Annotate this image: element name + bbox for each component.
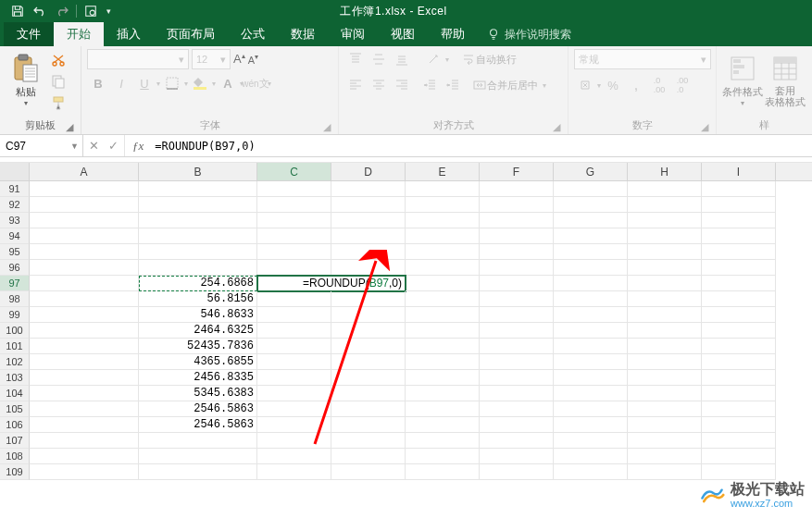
cell[interactable] xyxy=(257,386,331,401)
cell[interactable] xyxy=(257,370,331,386)
cell[interactable] xyxy=(628,401,702,417)
tab-file[interactable]: 文件 xyxy=(4,22,54,46)
cell[interactable] xyxy=(257,260,331,276)
cell[interactable] xyxy=(406,433,480,449)
cell[interactable]: 2456.8335 xyxy=(139,370,257,386)
increase-font-icon[interactable]: A▴ xyxy=(233,52,245,66)
cell[interactable] xyxy=(257,339,331,354)
cell[interactable] xyxy=(257,417,331,433)
conditional-format-button[interactable]: 条件格式 ▾ xyxy=(722,49,763,112)
cell[interactable] xyxy=(554,386,628,401)
phonetic-button[interactable]: wén文 xyxy=(244,73,267,93)
row-header[interactable]: 105 xyxy=(0,401,30,417)
cell[interactable] xyxy=(554,307,628,323)
cell[interactable] xyxy=(628,260,702,276)
cell[interactable] xyxy=(257,323,331,339)
cell[interactable] xyxy=(406,449,480,464)
enter-formula-icon[interactable]: ✓ xyxy=(108,139,119,153)
cell[interactable] xyxy=(331,323,406,339)
cell[interactable] xyxy=(139,213,257,228)
underline-button[interactable]: U xyxy=(133,73,156,93)
cell[interactable] xyxy=(331,354,406,370)
tab-home[interactable]: 开始 xyxy=(54,22,104,46)
cell[interactable] xyxy=(554,433,628,449)
cell[interactable] xyxy=(30,401,139,417)
cell[interactable] xyxy=(554,244,628,260)
cell[interactable] xyxy=(702,323,776,339)
row-header[interactable]: 95 xyxy=(0,244,30,260)
cell[interactable] xyxy=(628,228,702,244)
row-header[interactable]: 93 xyxy=(0,213,30,228)
cell[interactable] xyxy=(30,433,139,449)
cell[interactable] xyxy=(257,213,331,228)
column-header[interactable]: F xyxy=(480,163,554,180)
cell[interactable]: 52435.7836 xyxy=(139,339,257,354)
cell[interactable] xyxy=(257,354,331,370)
cell[interactable] xyxy=(628,213,702,228)
column-header[interactable]: B xyxy=(139,163,257,180)
fill-color-button[interactable] xyxy=(189,73,211,93)
cell[interactable] xyxy=(480,307,554,323)
cell[interactable] xyxy=(406,464,480,480)
cell[interactable] xyxy=(554,449,628,464)
decrease-font-icon[interactable]: A▾ xyxy=(248,53,258,66)
cell[interactable] xyxy=(30,417,139,433)
cell[interactable] xyxy=(331,370,406,386)
cell[interactable] xyxy=(257,228,331,244)
name-box[interactable]: C97 ▼ xyxy=(0,135,83,156)
cell[interactable] xyxy=(628,181,702,197)
cell[interactable] xyxy=(480,449,554,464)
accounting-format-icon[interactable] xyxy=(574,75,596,95)
cell[interactable] xyxy=(702,464,776,480)
cell[interactable] xyxy=(480,386,554,401)
tell-me-search[interactable]: 操作说明搜索 xyxy=(487,22,571,46)
cell[interactable] xyxy=(628,323,702,339)
cell[interactable] xyxy=(628,354,702,370)
cell[interactable] xyxy=(406,213,480,228)
cell[interactable] xyxy=(702,291,776,307)
percent-icon[interactable]: % xyxy=(602,75,624,95)
cell[interactable] xyxy=(554,228,628,244)
cell[interactable] xyxy=(702,401,776,417)
cell[interactable] xyxy=(702,449,776,464)
number-format-combo[interactable]: 常规▾ xyxy=(574,49,711,69)
row-header[interactable]: 103 xyxy=(0,370,30,386)
cell[interactable] xyxy=(554,276,628,291)
tab-page-layout[interactable]: 页面布局 xyxy=(154,22,228,46)
spreadsheet-grid[interactable]: ABCDEFGHI 91929394959697254.6868=ROUNDUP… xyxy=(0,163,812,480)
copy-button[interactable] xyxy=(48,72,69,91)
cell[interactable] xyxy=(702,244,776,260)
cell[interactable] xyxy=(331,260,406,276)
cell[interactable] xyxy=(331,228,406,244)
cell[interactable] xyxy=(30,370,139,386)
cell[interactable] xyxy=(554,339,628,354)
cell[interactable] xyxy=(480,181,554,197)
print-preview-icon[interactable] xyxy=(81,2,101,20)
cell[interactable] xyxy=(480,433,554,449)
cell[interactable] xyxy=(331,433,406,449)
tab-review[interactable]: 审阅 xyxy=(328,22,378,46)
cell[interactable] xyxy=(257,401,331,417)
cell[interactable] xyxy=(139,228,257,244)
column-header[interactable]: H xyxy=(628,163,702,180)
row-header[interactable]: 107 xyxy=(0,433,30,449)
cell[interactable] xyxy=(406,323,480,339)
column-header[interactable]: C xyxy=(257,163,331,180)
comma-icon[interactable]: , xyxy=(625,75,647,95)
row-header[interactable]: 92 xyxy=(0,197,30,213)
cell[interactable] xyxy=(257,433,331,449)
column-header[interactable]: I xyxy=(702,163,776,180)
cell[interactable] xyxy=(406,244,480,260)
align-center-icon[interactable] xyxy=(368,75,390,95)
italic-button[interactable]: I xyxy=(110,73,132,93)
increase-indent-icon[interactable] xyxy=(442,75,464,95)
row-header[interactable]: 99 xyxy=(0,307,30,323)
column-header[interactable]: E xyxy=(406,163,480,180)
wrap-text-button[interactable] xyxy=(462,49,475,69)
cell[interactable] xyxy=(702,197,776,213)
cell[interactable] xyxy=(480,417,554,433)
cell[interactable] xyxy=(139,197,257,213)
cell[interactable] xyxy=(702,276,776,291)
cell[interactable] xyxy=(331,464,406,480)
column-header[interactable]: G xyxy=(554,163,628,180)
